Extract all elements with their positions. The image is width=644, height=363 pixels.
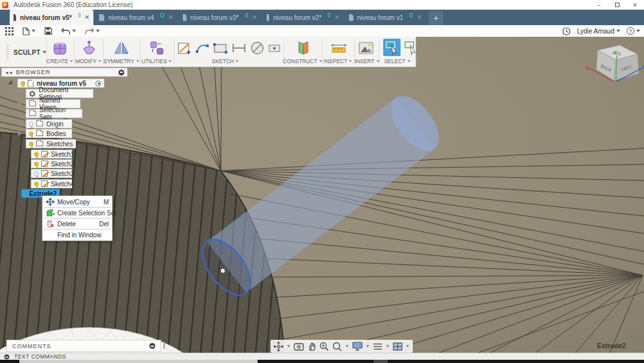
viewports-icon[interactable] <box>393 342 402 351</box>
maximize-button[interactable] <box>608 0 626 10</box>
look-at-icon[interactable] <box>294 342 304 351</box>
display-filter-icon[interactable] <box>118 70 124 75</box>
tab-close-icon[interactable]: ✕ <box>84 14 90 21</box>
circle-tool-icon[interactable] <box>249 40 265 56</box>
select-tool-icon[interactable] <box>385 40 399 55</box>
group-label-utilities[interactable]: UTILITIES <box>140 58 174 64</box>
expander-root[interactable] <box>8 80 12 84</box>
tab-close-icon[interactable]: ✕ <box>334 14 339 21</box>
expander-selection-sets[interactable] <box>18 111 22 116</box>
expander-sketches[interactable] <box>17 141 21 145</box>
group-label-select[interactable]: SELECT <box>381 58 413 64</box>
menu-item-create-selection-set[interactable]: Create Selection Set <box>43 208 112 218</box>
chevron-down-icon[interactable] <box>366 346 370 348</box>
expander-bodies[interactable] <box>18 131 22 136</box>
browser-node-sketch3[interactable]: Sketch3 <box>31 169 72 178</box>
visibility-bulb-icon[interactable] <box>21 81 25 86</box>
create-sketch-icon[interactable] <box>177 40 191 56</box>
group-label-create[interactable]: CREATE <box>45 58 75 64</box>
toolbar-grip-handle[interactable] <box>6 44 8 60</box>
zoom-window-icon[interactable] <box>332 342 342 351</box>
close-button[interactable]: ✕ <box>626 0 644 10</box>
chevron-down-icon[interactable] <box>287 346 290 348</box>
comments-scrollbar[interactable] <box>164 343 165 349</box>
browser-panel-header[interactable]: ◄◄ BROWSER <box>1 68 128 77</box>
insert-icon[interactable] <box>358 40 374 56</box>
browser-node-sketch1[interactable]: Sketch1 <box>31 150 72 159</box>
undo-button[interactable] <box>61 28 76 35</box>
collapse-panel-icon[interactable]: ◄◄ <box>5 70 12 75</box>
construct-icon[interactable] <box>295 40 311 56</box>
group-label-insert[interactable]: INSERT <box>353 58 381 64</box>
app-grid-button[interactable] <box>5 27 14 35</box>
modify-form-icon[interactable] <box>81 40 97 56</box>
expander-document-settings[interactable] <box>18 91 22 96</box>
menu-item-delete[interactable]: Delete Del <box>43 219 112 229</box>
visibility-bulb-icon[interactable] <box>29 142 33 146</box>
group-label-modify[interactable]: MODIFY <box>74 58 103 64</box>
file-menu-button[interactable] <box>23 27 35 35</box>
orbit-icon[interactable] <box>274 342 283 351</box>
visibility-bulb-icon[interactable] <box>34 152 39 157</box>
expander-named-views[interactable] <box>18 101 22 106</box>
point-tool-icon[interactable] <box>267 40 281 56</box>
clock-icon[interactable] <box>562 27 571 35</box>
browser-node-selection-sets[interactable]: Selection Sets <box>26 109 82 118</box>
browser-scrollbar[interactable] <box>129 70 131 75</box>
text-commands-label[interactable]: TEXT COMMANDS <box>14 353 66 360</box>
rectangle-tool-icon[interactable] <box>213 40 228 56</box>
visibility-bulb-off-icon[interactable] <box>29 122 33 126</box>
minimize-button[interactable]: – <box>590 0 608 10</box>
grid-settings-icon[interactable] <box>373 342 383 351</box>
browser-node-sketches[interactable]: Sketches <box>26 139 76 148</box>
display-settings-icon[interactable] <box>352 342 363 351</box>
zoom-icon[interactable] <box>319 342 329 351</box>
fusion-logo-icon: F <box>2 2 8 8</box>
chevron-down-icon[interactable] <box>346 346 349 348</box>
tab-niveau-forum-v3[interactable]: niveau forum v3* ✕ <box>179 10 261 25</box>
workspace-mode-button[interactable]: SCULPT <box>6 44 46 60</box>
visibility-bulb-icon[interactable] <box>34 182 39 186</box>
tab-close-icon[interactable]: ✕ <box>168 14 173 21</box>
axis-y-label: Y <box>614 50 617 55</box>
expander-origin[interactable] <box>18 121 22 126</box>
inspect-icon[interactable] <box>330 40 347 56</box>
create-form-icon[interactable] <box>52 40 68 56</box>
visibility-bulb-off-icon[interactable] <box>34 172 39 176</box>
browser-node-bodies[interactable]: Bodies <box>26 129 72 138</box>
group-label-construct[interactable]: CONSTRUCT <box>283 58 322 64</box>
visibility-bulb-icon[interactable] <box>34 162 39 166</box>
tab-close-icon[interactable]: ✕ <box>417 14 422 21</box>
new-tab-button[interactable]: + <box>429 11 443 25</box>
spline-icon[interactable] <box>195 40 209 56</box>
line-tool-icon[interactable] <box>231 40 247 56</box>
tab-niveau-forum-v1[interactable]: niveau forum v1 ✕ <box>345 10 426 25</box>
tab-niveau-forum-v5[interactable]: niveau forum v5* ✕ <box>10 10 93 25</box>
redo-button[interactable] <box>85 28 100 35</box>
activate-component-radio[interactable] <box>95 81 101 86</box>
pan-icon[interactable] <box>307 342 316 351</box>
menu-item-find-in-window[interactable]: Find in Window <box>43 230 112 240</box>
comments-filter-icon[interactable] <box>149 343 155 349</box>
browser-node-sketch2[interactable]: Sketch2 <box>31 159 72 168</box>
group-label-inspect[interactable]: INSPECT <box>322 58 354 64</box>
tab-niveau-forum-v2[interactable]: niveau forum v2* ✕ <box>263 10 343 25</box>
browser-node-sketch4[interactable]: Sketch4 <box>31 179 72 188</box>
comments-panel[interactable]: COMMENTS <box>6 340 161 352</box>
browser-node-origin[interactable]: Origin <box>26 119 72 128</box>
menu-item-move-copy[interactable]: Move/Copy M <box>43 197 112 207</box>
group-label-symmetry[interactable]: SYMMETRY <box>103 58 140 64</box>
tab-niveau-forum-v4[interactable]: niveau forum v4 ✕ <box>95 10 177 25</box>
chevron-down-icon[interactable] <box>406 346 410 348</box>
chevron-down-icon[interactable] <box>386 346 390 348</box>
select-box-tool-icon[interactable] <box>404 40 418 55</box>
save-button[interactable] <box>44 27 52 35</box>
visibility-bulb-icon[interactable] <box>29 132 33 136</box>
group-label-sketch[interactable]: SKETCH <box>206 58 245 64</box>
help-menu-button[interactable]: ? <box>627 27 640 35</box>
account-menu-button[interactable]: Lydie Arnaud <box>577 28 620 35</box>
symmetry-icon[interactable] <box>113 40 129 56</box>
text-commands-icon[interactable] <box>5 354 10 359</box>
utilities-icon[interactable] <box>149 40 165 56</box>
tab-close-icon[interactable]: ✕ <box>252 14 257 21</box>
